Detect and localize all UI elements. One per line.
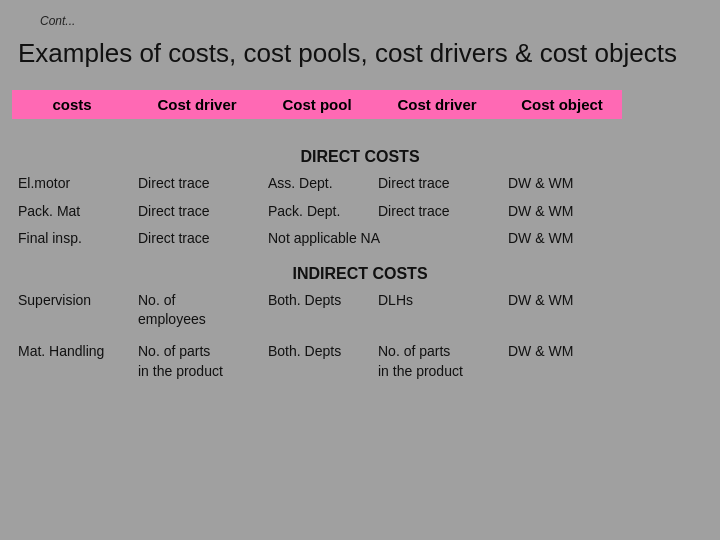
table-row: El.motor Direct trace Ass. Dept. Direct …	[12, 170, 708, 198]
pool-pack-mat: Pack. Dept.	[262, 198, 372, 226]
driver1-el-motor: Direct trace	[132, 170, 262, 198]
header-cost-driver-1: Cost driver	[132, 90, 262, 119]
table-row: Supervision No. ofemployees Both. Depts …	[12, 287, 708, 334]
cost-pack-mat: Pack. Mat	[12, 198, 132, 226]
driver2-pack-mat: Direct trace	[372, 198, 502, 226]
table-row: Pack. Mat Direct trace Pack. Dept. Direc…	[12, 198, 708, 226]
object-supervision: DW & WM	[502, 287, 622, 315]
cont-label: Cont...	[40, 14, 75, 28]
object-el-motor: DW & WM	[502, 170, 622, 198]
pool-supervision: Both. Depts	[262, 287, 372, 315]
driver1-supervision: No. ofemployees	[132, 287, 262, 334]
cost-el-motor: El.motor	[12, 170, 132, 198]
driver1-mat-handling: No. of partsin the product	[132, 338, 262, 385]
table-row: Final insp. Direct trace Not applicable …	[12, 225, 708, 253]
object-pack-mat: DW & WM	[502, 198, 622, 226]
driver1-pack-mat: Direct trace	[132, 198, 262, 226]
pool-el-motor: Ass. Dept.	[262, 170, 372, 198]
indirect-costs-header: INDIRECT COSTS	[12, 257, 708, 287]
direct-costs-header: DIRECT COSTS	[12, 140, 708, 170]
object-mat-handling: DW & WM	[502, 338, 622, 366]
pool-final-insp: Not applicable NA	[262, 225, 502, 253]
cost-mat-handling: Mat. Handling	[12, 338, 132, 366]
header-cost-object: Cost object	[502, 90, 622, 119]
header-row: costs Cost driver Cost pool Cost driver …	[12, 90, 708, 119]
main-title: Examples of costs, cost pools, cost driv…	[18, 38, 677, 69]
object-final-insp: DW & WM	[502, 225, 622, 253]
table-row: Mat. Handling No. of partsin the product…	[12, 338, 708, 385]
driver2-supervision: DLHs	[372, 287, 502, 315]
table-area: DIRECT COSTS El.motor Direct trace Ass. …	[12, 140, 708, 385]
pool-mat-handling: Both. Depts	[262, 338, 372, 366]
driver2-el-motor: Direct trace	[372, 170, 502, 198]
header-cost-pool: Cost pool	[262, 90, 372, 119]
header-costs: costs	[12, 90, 132, 119]
cost-supervision: Supervision	[12, 287, 132, 315]
driver2-mat-handling: No. of partsin the product	[372, 338, 502, 385]
header-cost-driver-2: Cost driver	[372, 90, 502, 119]
cost-final-insp: Final insp.	[12, 225, 132, 253]
driver1-final-insp: Direct trace	[132, 225, 262, 253]
